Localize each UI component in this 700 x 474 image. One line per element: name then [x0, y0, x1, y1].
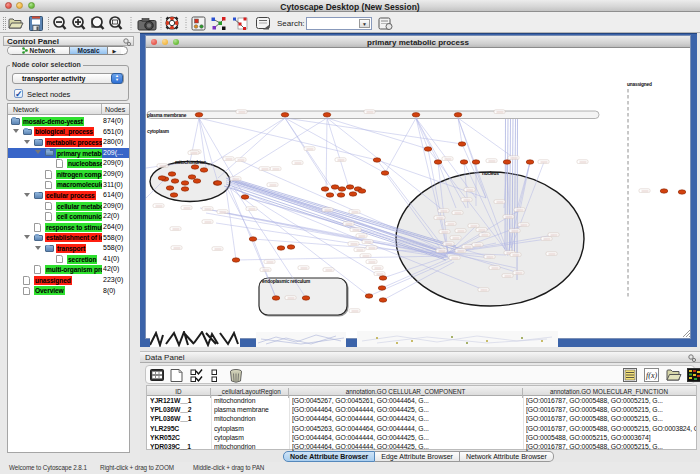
svg-text:mitochondrion: mitochondrion — [175, 160, 206, 165]
svg-text:nucleus: nucleus — [482, 171, 499, 176]
svg-text:f(x): f(x) — [646, 371, 657, 380]
svg-text:unassigned: unassigned — [627, 82, 652, 87]
svg-text:endoplasmic reticulum: endoplasmic reticulum — [262, 279, 310, 284]
svg-text:cytoplasm: cytoplasm — [147, 129, 169, 134]
svg-text:plasma membrane: plasma membrane — [147, 113, 187, 118]
